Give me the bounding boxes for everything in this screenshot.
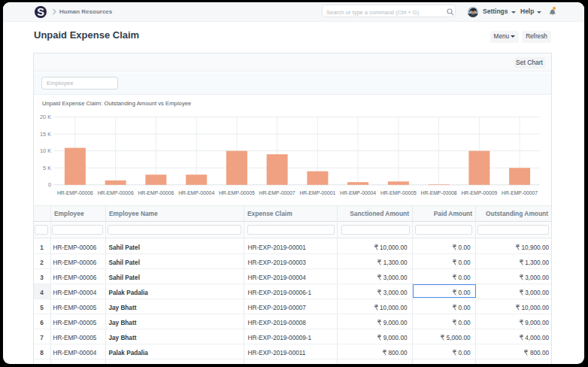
svg-text:HR-EMP-00005: HR-EMP-00005	[380, 190, 417, 196]
svg-text:0: 0	[48, 181, 51, 188]
svg-text:HR-EMP-00006: HR-EMP-00006	[98, 190, 134, 196]
svg-text:HR-EMP-00006: HR-EMP-00006	[57, 190, 93, 196]
svg-text:HR-EMP-00001: HR-EMP-00001	[299, 190, 335, 196]
svg-text:HR-EMP-00004: HR-EMP-00004	[178, 190, 214, 196]
svg-text:20 K: 20 K	[40, 114, 51, 120]
svg-text:HR-EMP-00007: HR-EMP-00007	[259, 190, 296, 196]
svg-text:HR-EMP-00006: HR-EMP-00006	[138, 190, 174, 196]
svg-text:HR-EMP-00004: HR-EMP-00004	[340, 190, 376, 196]
svg-text:5 K: 5 K	[43, 165, 51, 171]
svg-text:HR-EMP-00007: HR-EMP-00007	[502, 190, 538, 196]
svg-text:HR-EMP-00005: HR-EMP-00005	[219, 190, 255, 196]
svg-text:15 K: 15 K	[40, 131, 51, 138]
svg-text:10 K: 10 K	[40, 147, 51, 154]
svg-text:HR-EMP-00008: HR-EMP-00008	[421, 190, 457, 196]
svg-text:HR-EMP-00009: HR-EMP-00009	[461, 190, 497, 196]
